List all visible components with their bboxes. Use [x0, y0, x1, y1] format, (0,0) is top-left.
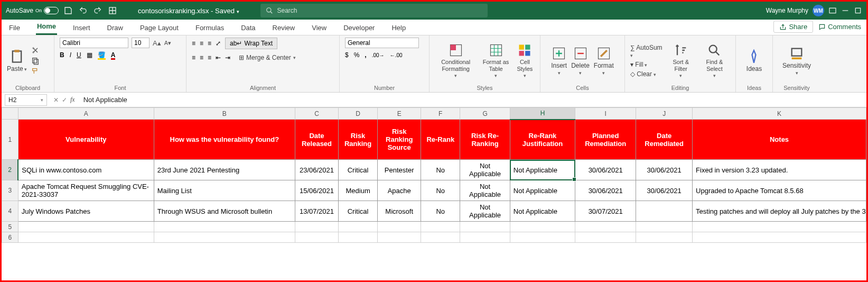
cell[interactable]: Testing patches and will deploy all July…: [693, 201, 866, 222]
cell[interactable]: [378, 232, 421, 243]
formula-input[interactable]: Not Applicable: [78, 94, 866, 105]
tab-view[interactable]: View: [311, 21, 328, 35]
cell[interactable]: Microsoft: [378, 201, 421, 222]
cell[interactable]: [510, 222, 575, 232]
col-header-G[interactable]: G: [460, 108, 510, 120]
bold-button[interactable]: B: [60, 51, 64, 59]
cell[interactable]: [421, 232, 460, 243]
tab-developer[interactable]: Developer: [342, 21, 376, 35]
cancel-formula-icon[interactable]: ✕: [53, 96, 59, 104]
table-header-cell[interactable]: Date Released: [295, 120, 338, 160]
redo-icon[interactable]: [94, 6, 102, 15]
cell[interactable]: Not Applicable: [510, 180, 575, 201]
cell[interactable]: [460, 232, 510, 243]
decrease-decimal-icon[interactable]: ←.00: [390, 52, 403, 58]
cell[interactable]: 30/06/2021: [636, 180, 693, 201]
cell[interactable]: Not Applicable: [460, 201, 510, 222]
cell[interactable]: Medium: [339, 180, 378, 201]
select-all-corner[interactable]: [2, 108, 18, 120]
cell[interactable]: 30/06/2021: [575, 160, 636, 180]
col-header-K[interactable]: K: [693, 108, 866, 120]
cell[interactable]: Upgraded to Apache Tomcat 8.5.68: [693, 180, 866, 201]
percent-icon[interactable]: %: [354, 51, 360, 59]
copy-icon[interactable]: [31, 57, 40, 65]
autosum-button[interactable]: ∑ AutoSum: [630, 44, 663, 59]
table-header-cell[interactable]: Date Remediated: [636, 120, 693, 160]
find-select-button[interactable]: Find & Select: [699, 43, 730, 78]
decrease-indent-icon[interactable]: ⇤: [216, 54, 221, 61]
font-size-combo[interactable]: [132, 38, 150, 48]
cell[interactable]: [636, 232, 693, 243]
fx-icon[interactable]: fx: [70, 96, 75, 104]
format-as-table-button[interactable]: Format as Table: [481, 43, 510, 78]
row-header-4[interactable]: 4: [2, 201, 18, 222]
number-format-combo[interactable]: [345, 38, 419, 48]
comments-button[interactable]: Comments: [818, 21, 861, 33]
share-button[interactable]: Share: [773, 21, 813, 33]
sensitivity-button[interactable]: Sensitivity: [782, 46, 811, 76]
cell[interactable]: Mailing List: [154, 180, 295, 201]
col-header-A[interactable]: A: [18, 108, 154, 120]
cell[interactable]: [510, 232, 575, 243]
row-header-2[interactable]: 2: [2, 160, 18, 180]
orientation-icon[interactable]: ⤢: [216, 40, 221, 47]
tab-page-layout[interactable]: Page Layout: [139, 21, 180, 35]
sort-filter-button[interactable]: Sort & Filter: [667, 43, 695, 78]
paste-button[interactable]: Paste: [7, 49, 27, 72]
avatar[interactable]: WM: [813, 5, 824, 16]
cell[interactable]: [18, 232, 154, 243]
cell[interactable]: [18, 222, 154, 232]
cell[interactable]: No: [421, 180, 460, 201]
wrap-text-button[interactable]: ab↵ Wrap Text: [225, 38, 277, 49]
increase-font-icon[interactable]: A▴: [153, 39, 161, 47]
cell[interactable]: Not Applicable: [510, 201, 575, 222]
cell[interactable]: [636, 201, 693, 222]
cell[interactable]: 23/06/2021: [295, 160, 338, 180]
tab-draw[interactable]: Draw: [106, 21, 124, 35]
cell[interactable]: [295, 232, 338, 243]
cell[interactable]: [154, 222, 295, 232]
table-header-cell[interactable]: Vulnerability: [18, 120, 154, 160]
underline-button[interactable]: U: [77, 51, 81, 59]
name-box[interactable]: H2▾: [5, 94, 47, 106]
cell[interactable]: Not Applicable: [510, 160, 575, 180]
cell[interactable]: [295, 222, 338, 232]
table-header-cell[interactable]: Risk Ranking Source: [378, 120, 421, 160]
align-middle-icon[interactable]: ≡: [200, 40, 203, 47]
autosave-toggle[interactable]: AutoSave On: [6, 7, 59, 14]
enter-formula-icon[interactable]: ✓: [62, 96, 67, 104]
cell[interactable]: Critical: [339, 160, 378, 180]
row-header-3[interactable]: 3: [2, 180, 18, 201]
table-header-cell[interactable]: How was the vulnerability found?: [154, 120, 295, 160]
tab-help[interactable]: Help: [390, 21, 407, 35]
cell[interactable]: SQLi in www.contoso.com: [18, 160, 154, 180]
cell[interactable]: [378, 222, 421, 232]
row-header-6[interactable]: 6: [2, 232, 18, 243]
format-cells-button[interactable]: Format: [594, 46, 614, 76]
cut-icon[interactable]: [31, 46, 40, 54]
tab-home[interactable]: Home: [36, 19, 57, 35]
font-color-button[interactable]: A: [111, 51, 116, 59]
table-header-cell[interactable]: Re-Rank: [421, 120, 460, 160]
maximize-icon[interactable]: [854, 6, 862, 15]
cell[interactable]: [693, 232, 866, 243]
col-header-I[interactable]: I: [575, 108, 636, 120]
cell[interactable]: Apache Tomcat Request Smuggling CVE-2021…: [18, 180, 154, 201]
ideas-button[interactable]: Ideas: [746, 49, 762, 72]
save-icon[interactable]: [64, 6, 72, 15]
table-header-cell[interactable]: Notes: [693, 120, 866, 160]
align-center-icon[interactable]: ≡: [200, 54, 203, 61]
cell[interactable]: Critical: [339, 201, 378, 222]
decrease-font-icon[interactable]: A▾: [164, 40, 171, 47]
align-top-icon[interactable]: ≡: [192, 40, 195, 47]
cell[interactable]: Not Applicable: [460, 160, 510, 180]
col-header-B[interactable]: B: [154, 108, 295, 120]
cell-styles-button[interactable]: Cell Styles: [515, 43, 535, 78]
table-header-cell[interactable]: Risk Ranking: [339, 120, 378, 160]
comma-icon[interactable]: ,: [365, 51, 366, 59]
conditional-formatting-button[interactable]: Conditional Formatting: [435, 43, 477, 78]
table-header-cell[interactable]: Re-Rank Justification: [510, 120, 575, 160]
minimize-icon[interactable]: [841, 6, 850, 15]
cell[interactable]: 13/07/2021: [295, 201, 338, 222]
col-header-E[interactable]: E: [378, 108, 421, 120]
